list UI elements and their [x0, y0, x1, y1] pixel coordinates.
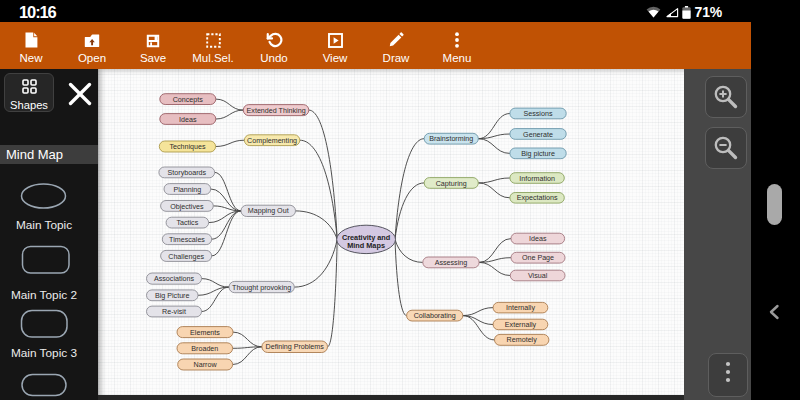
svg-text:Re-visit: Re-visit [162, 308, 186, 316]
svg-text:Broaden: Broaden [191, 345, 218, 353]
svg-text:Main Topic: Main Topic [16, 218, 72, 232]
svg-text:Creativity and: Creativity and [342, 233, 390, 242]
svg-text:Challenges: Challenges [168, 253, 204, 261]
svg-text:Sessions: Sessions [524, 110, 553, 118]
svg-text:Big picture: Big picture [521, 150, 555, 158]
svg-text:Associations: Associations [154, 275, 195, 283]
svg-text:Remotely: Remotely [507, 336, 538, 344]
svg-text:Main Topic 2: Main Topic 2 [11, 288, 77, 302]
svg-text:Complementing: Complementing [247, 137, 297, 145]
svg-text:Expectations: Expectations [517, 194, 558, 202]
svg-text:Storyboards: Storyboards [168, 169, 207, 177]
svg-text:Defining Problems: Defining Problems [266, 343, 325, 351]
svg-text:Assessing: Assessing [435, 259, 468, 267]
svg-text:Ideas: Ideas [179, 116, 197, 124]
svg-text:Concepts: Concepts [173, 96, 204, 104]
svg-text:One Page: One Page [522, 254, 554, 262]
svg-text:Objectives: Objectives [170, 203, 204, 211]
svg-text:Internally: Internally [506, 304, 535, 312]
svg-text:Information: Information [519, 175, 555, 183]
svg-text:Narrow: Narrow [194, 361, 218, 369]
svg-text:Externally: Externally [505, 321, 537, 329]
svg-text:Mapping Out: Mapping Out [248, 207, 289, 215]
svg-text:Techniques: Techniques [169, 143, 206, 151]
svg-text:Ideas: Ideas [529, 235, 547, 243]
svg-text:Planning: Planning [173, 186, 201, 194]
svg-text:Collaborating: Collaborating [414, 312, 456, 320]
svg-text:Brainstorming: Brainstorming [429, 135, 473, 143]
svg-text:Capturing: Capturing [436, 180, 467, 188]
svg-text:Extended Thinking: Extended Thinking [247, 107, 306, 115]
svg-text:Big Picture: Big Picture [155, 292, 190, 300]
svg-text:Timescales: Timescales [169, 236, 205, 244]
svg-text:Main Topic 3: Main Topic 3 [11, 346, 77, 360]
svg-text:Thought provoking: Thought provoking [232, 284, 291, 292]
svg-text:Generate: Generate [523, 131, 553, 139]
svg-text:Visual: Visual [528, 272, 548, 280]
svg-text:Mind Maps: Mind Maps [347, 241, 385, 250]
svg-text:Elements: Elements [190, 329, 220, 337]
svg-text:Tactics: Tactics [176, 219, 198, 227]
